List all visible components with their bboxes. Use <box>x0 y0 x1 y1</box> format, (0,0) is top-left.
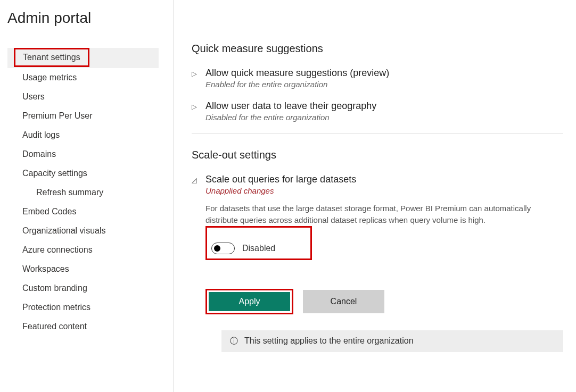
sidebar-item-usage-metrics[interactable]: Usage metrics <box>7 68 173 87</box>
sidebar-item-workspaces[interactable]: Workspaces <box>7 260 173 279</box>
info-text: This setting applies to the entire organ… <box>244 336 414 346</box>
setting-allow-quick-measure[interactable]: ▷ Allow quick measure suggestions (previ… <box>192 68 563 89</box>
sidebar: Admin portal Tenant settings Usage metri… <box>0 0 174 392</box>
apply-button[interactable]: Apply <box>209 292 290 311</box>
unapplied-changes-label: Unapplied changes <box>205 186 563 195</box>
sidebar-item-refresh-summary[interactable]: Refresh summary <box>7 183 173 202</box>
setting-scale-out-queries[interactable]: ◿ Scale out queries for large datasets U… <box>192 174 563 352</box>
toggle-highlight: Disabled <box>205 226 312 260</box>
sidebar-item-domains[interactable]: Domains <box>7 145 173 164</box>
apply-highlight: Apply <box>205 289 293 314</box>
sidebar-item-organizational-visuals[interactable]: Organizational visuals <box>7 221 173 240</box>
portal-title: Admin portal <box>7 10 173 27</box>
setting-name: Allow quick measure suggestions (preview… <box>205 68 563 79</box>
chevron-down-icon: ◿ <box>192 176 198 184</box>
sidebar-item-premium-per-user[interactable]: Premium Per User <box>7 106 173 126</box>
setting-status: Disabled for the entire organization <box>205 113 563 122</box>
chevron-right-icon: ▷ <box>192 70 198 78</box>
cancel-button[interactable]: Cancel <box>303 290 384 313</box>
sidebar-item-capacity-settings[interactable]: Capacity settings <box>7 164 173 183</box>
chevron-right-icon: ▷ <box>192 103 198 111</box>
info-icon: ⓘ <box>230 336 238 346</box>
enable-toggle[interactable] <box>211 243 235 254</box>
setting-status: Enabled for the entire organization <box>205 80 563 89</box>
toggle-knob <box>214 245 220 252</box>
sidebar-item-tenant-settings[interactable]: Tenant settings <box>14 48 89 67</box>
sidebar-item-protection-metrics[interactable]: Protection metrics <box>7 298 173 317</box>
sidebar-item-users[interactable]: Users <box>7 87 173 106</box>
main-content: Quick measure suggestions ▷ Allow quick … <box>174 0 576 392</box>
info-banner: ⓘ This setting applies to the entire org… <box>221 330 563 352</box>
sidebar-item-featured-content[interactable]: Featured content <box>7 317 173 336</box>
setting-description: For datasets that use the large dataset … <box>205 203 563 226</box>
sidebar-item-azure-connections[interactable]: Azure connections <box>7 240 173 260</box>
section-title-scale-out: Scale-out settings <box>192 149 563 161</box>
sidebar-item-audit-logs[interactable]: Audit logs <box>7 126 173 145</box>
setting-allow-user-data-leave-geo[interactable]: ▷ Allow user data to leave their geograp… <box>192 101 563 122</box>
sidebar-item-embed-codes[interactable]: Embed Codes <box>7 202 173 221</box>
section-title-quick-measures: Quick measure suggestions <box>192 43 563 55</box>
sidebar-item-custom-branding[interactable]: Custom branding <box>7 279 173 298</box>
setting-name: Scale out queries for large datasets <box>205 174 563 185</box>
divider <box>192 134 563 134</box>
setting-name: Allow user data to leave their geography <box>205 101 563 112</box>
toggle-state-label: Disabled <box>242 244 275 253</box>
